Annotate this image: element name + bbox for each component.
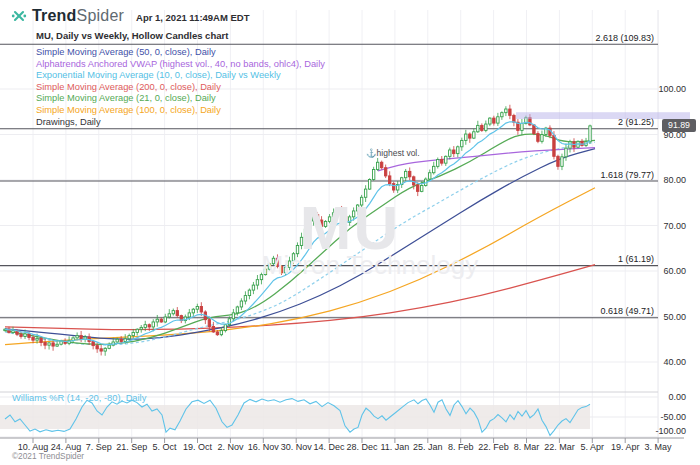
oscillator-axis-label: -100.00 [655,426,686,436]
drawing-band[interactable] [516,112,690,119]
candle-body [172,311,174,314]
x-axis-label: 8. Feb [448,442,474,452]
candle-body [100,349,102,351]
candle-body [192,309,194,313]
last-price-badge: 91.89 [662,119,696,132]
candle-body [40,338,42,342]
candle-body [505,109,507,113]
candle-body [24,334,26,337]
candle-body [445,156,447,163]
candle-body [433,166,435,172]
candle-body [481,125,483,130]
candle-body [388,176,390,184]
candle-body [160,319,162,322]
x-axis-label: 19. Oct [183,442,213,452]
x-axis-label: 28. Dec [346,442,378,452]
candle-body [108,345,110,348]
price-axis-label: 70.00 [663,221,686,231]
candle-body [417,185,419,191]
candle-body [120,339,122,341]
candle-body [405,171,407,177]
x-axis-label: 22. Mar [544,442,575,452]
anchored-vwap-annotation[interactable]: ⚓highest vol. [366,148,420,158]
candle-body [421,185,423,191]
x-axis-label: 21. Sep [116,442,147,452]
candle-body [164,317,166,322]
legend-item-ema10[interactable]: Exponential Moving Average (10, 0, close… [36,70,325,82]
logo-spider: Spider [77,7,124,24]
candle-body [92,342,94,346]
candle-body [20,334,22,336]
candle-body [104,348,106,351]
watermark-company: Micron Technology [250,250,490,281]
price-axis-label: 60.00 [663,266,686,276]
x-axis-label: 2. Nov [217,442,244,452]
chart-timestamp: Apr 1, 2021 11:49AM EDT [136,9,250,23]
price-axis-label: 40.00 [663,357,686,367]
candle-body [144,325,146,328]
candle-body [561,157,563,167]
candle-body [152,322,154,327]
candle-body [116,339,118,342]
candle-body [533,125,535,134]
x-axis-label: 14. Dec [314,442,346,452]
candle-body [565,148,567,157]
candle-body [220,331,222,335]
candle-body [589,126,591,142]
price-axis-label: 50.00 [663,312,686,322]
candle-body [248,290,250,295]
candle-body [224,325,226,331]
legend-item-sma200[interactable]: Simple Moving Average (200, 0, close), D… [36,82,325,94]
x-axis-label: 25. Jan [413,442,443,452]
fib-level-label: 2.618 (109.83) [595,33,654,43]
fib-level-label: 0.618 (49.71) [600,306,654,316]
candle-body [461,140,463,146]
candle-body [372,170,374,180]
titlebar: TrendSpider Apr 1, 2021 11:49AM EDT [10,7,250,25]
x-axis-label: 11. Jan [380,442,409,452]
oscillator-legend-label[interactable]: Williams %R (14, -20, -80), Daily [12,393,146,403]
x-axis-label: 5. Oct [153,442,178,452]
candle-body [521,124,523,131]
logo-text[interactable]: TrendSpider [32,7,124,25]
candle-body [473,132,475,138]
fib-level-label: 1.618 (79.77) [600,170,654,180]
x-axis-label: 30. Nov [281,442,313,452]
candle-body [156,319,158,322]
candle-body [124,339,126,342]
trendspider-logo-icon [10,7,28,25]
legend-item-drawings[interactable]: Drawings, Daily [36,117,325,129]
candle-body [56,344,58,346]
candle-body [429,173,431,179]
candle-body [465,134,467,140]
candle-body [441,160,443,164]
candle-body [168,314,170,317]
candle-body [140,327,142,329]
candle-body [581,141,583,145]
candle-body [148,325,150,327]
candle-body [80,336,82,340]
candle-body [437,160,439,167]
trendspider-app: 2.618 (109.83)2 (91.25)1.618 (79.77)1 (6… [0,0,700,465]
candle-body [537,134,539,142]
candle-body [477,125,479,131]
candle-body [236,307,238,313]
candle-body [128,336,130,339]
annotation-label: highest vol. [377,148,420,158]
oscillator-axis-label: 0.00 [668,392,686,402]
candle-body [489,118,491,124]
legend-item-anchored-vwap[interactable]: Alphatrends Anchored VWAP (highest vol.,… [36,59,325,71]
candle-body [569,142,571,148]
logo-trend: Trend [32,7,77,24]
legend-item-sma50[interactable]: Simple Moving Average (50, 0, close), Da… [36,47,325,59]
candle-body [212,327,214,332]
candle-body [453,150,455,154]
fib-level-label: 1 (61.19) [618,254,654,264]
legend-item-sma21[interactable]: Simple Moving Average (21, 0, close), Da… [36,93,325,105]
candle-body [409,171,411,176]
candle-body [501,113,503,117]
candle-body [449,150,451,156]
legend-item-sma100[interactable]: Simple Moving Average (100, 0, close), D… [36,105,325,117]
candle-body [252,285,254,290]
candle-body [244,296,246,301]
